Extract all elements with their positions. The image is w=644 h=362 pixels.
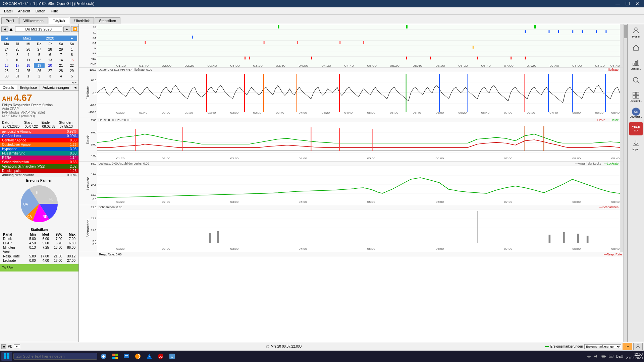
menu-ansicht[interactable]: Ansicht bbox=[15, 8, 33, 14]
maximize-button[interactable]: ❐ bbox=[624, 1, 632, 6]
menu-daten[interactable]: Daten bbox=[33, 8, 48, 14]
taskbar-app-5[interactable] bbox=[144, 351, 154, 361]
svg-text:07:40: 07:40 bbox=[549, 111, 558, 114]
legend-dropdown[interactable]: Ereignismarkierungen bbox=[584, 344, 621, 349]
minimize-button[interactable]: — bbox=[613, 1, 622, 6]
chart-scrollbar-2[interactable] bbox=[620, 68, 623, 118]
cal-cell-25[interactable]: 25 bbox=[12, 47, 22, 52]
device-button[interactable]: ■ bbox=[1, 344, 6, 349]
taskbar-app-1[interactable] bbox=[99, 351, 109, 361]
cal-cell-26b[interactable]: 26 bbox=[34, 68, 44, 73]
scrollbar-thumb[interactable] bbox=[624, 25, 627, 38]
cal-next-month[interactable]: ► bbox=[69, 36, 75, 40]
oxymeter-nav-icon[interactable]: O₂ Oxymeter... bbox=[629, 106, 643, 119]
overview-nav-icon[interactable]: Übersicht... bbox=[629, 90, 643, 103]
cal-cell-21[interactable]: 21 bbox=[56, 63, 66, 68]
main-scrollbar[interactable] bbox=[623, 24, 627, 362]
calendar-icon[interactable]: ▲ bbox=[8, 26, 14, 32]
cal-cell-4-next[interactable]: 4 bbox=[56, 74, 66, 79]
cal-cell-13[interactable]: 13 bbox=[45, 58, 55, 63]
charts-scroll-area[interactable]: PB LL CA OA H RE VS2 BND bbox=[79, 24, 623, 362]
cal-cell-23[interactable]: 23 bbox=[1, 68, 12, 73]
status-user-icon[interactable]: Le bbox=[623, 343, 632, 350]
chart-scrollbar-3[interactable] bbox=[620, 118, 623, 161]
detail-tab-details[interactable]: Details bbox=[0, 85, 17, 90]
cal-cell-29b[interactable]: 29 bbox=[67, 68, 77, 73]
cpap-nav-icon[interactable]: CPAP SD bbox=[629, 122, 643, 135]
collapse-icon[interactable]: ◄► bbox=[71, 81, 77, 84]
cal-cell-2[interactable]: 2 bbox=[1, 52, 12, 57]
cal-cell-25b[interactable]: 25 bbox=[23, 68, 34, 73]
cal-cell-16[interactable]: 16 bbox=[1, 63, 12, 68]
cal-cell-30[interactable]: 30 bbox=[1, 74, 12, 79]
detail-tab-aufzeichnungen[interactable]: Aufzeichnungen bbox=[40, 85, 72, 90]
cal-cell-27[interactable]: 27 bbox=[34, 47, 44, 52]
druck-y-mid1: 6.00 bbox=[91, 131, 96, 134]
cal-cell-1-next[interactable]: 1 bbox=[23, 74, 34, 79]
cal-cell-14[interactable]: 14 bbox=[56, 58, 66, 63]
device-dropdown[interactable]: ▼ bbox=[14, 344, 20, 349]
cal-cell-28b[interactable]: 28 bbox=[56, 68, 66, 73]
cal-prev-month[interactable]: ◄ bbox=[3, 36, 10, 40]
tab-profil[interactable]: Profil bbox=[1, 17, 18, 24]
cal-cell-7[interactable]: 7 bbox=[56, 52, 66, 57]
cal-cell-12[interactable]: 12 bbox=[34, 58, 44, 63]
cal-cell-22[interactable]: 22 bbox=[67, 63, 77, 68]
tab-statistiken[interactable]: Statistiken bbox=[95, 17, 120, 24]
detail-tab-ereignisse[interactable]: Ereignisse bbox=[17, 85, 40, 90]
cal-cell-9[interactable]: 9 bbox=[1, 58, 12, 63]
chart-scrollbar-5[interactable] bbox=[620, 205, 623, 252]
status-person-icon[interactable] bbox=[633, 343, 643, 350]
stats-col-max: Max bbox=[63, 232, 76, 237]
cal-cell-24[interactable]: 24 bbox=[1, 47, 12, 52]
import-nav-icon[interactable]: Import bbox=[629, 138, 643, 152]
taskbar-search-input[interactable] bbox=[13, 353, 97, 360]
cal-cell-5-next[interactable]: 5 bbox=[67, 74, 77, 79]
taskbar-app-2[interactable] bbox=[110, 351, 120, 361]
taskbar-app-7[interactable]: G bbox=[167, 351, 177, 361]
profile-svg-icon bbox=[632, 26, 640, 35]
cal-cell-4[interactable]: 4 bbox=[23, 52, 34, 57]
search-nav-icon[interactable] bbox=[629, 74, 643, 87]
taskbar-app-4[interactable] bbox=[133, 351, 143, 361]
cal-cell-27b[interactable]: 27 bbox=[45, 68, 55, 73]
chart-scrollbar-4[interactable] bbox=[620, 162, 623, 205]
cal-cell-26[interactable]: 26 bbox=[23, 47, 34, 52]
cal-cell-6[interactable]: 6 bbox=[45, 52, 55, 57]
taskbar-app-6[interactable]: OC bbox=[156, 351, 166, 361]
detail-expand-btn[interactable]: ◄ bbox=[72, 85, 78, 90]
cal-cell-24b[interactable]: 24 bbox=[12, 68, 22, 73]
tab-willkommen[interactable]: Willkommen bbox=[19, 17, 48, 24]
cal-cell-5[interactable]: 5 bbox=[34, 52, 44, 57]
cal-cell-3[interactable]: 3 bbox=[12, 52, 22, 57]
tab-ueberblick[interactable]: Überblick bbox=[70, 17, 94, 24]
cal-cell-8[interactable]: 8 bbox=[67, 52, 77, 57]
close-button[interactable]: ✕ bbox=[633, 1, 641, 6]
cal-cell-19[interactable]: 19 bbox=[34, 63, 44, 68]
prev-day-button[interactable]: ◄ bbox=[1, 26, 8, 32]
cal-cell-10[interactable]: 10 bbox=[12, 58, 22, 63]
menu-hilfe[interactable]: Hilfe bbox=[48, 8, 61, 14]
start-button[interactable] bbox=[1, 352, 12, 361]
chart-scrollbar-1[interactable] bbox=[620, 24, 623, 67]
home-nav-icon[interactable] bbox=[629, 42, 643, 55]
menu-datei[interactable]: Datei bbox=[1, 8, 15, 14]
stats-nav-icon[interactable]: Statistik... bbox=[629, 58, 643, 71]
cal-cell-31[interactable]: 31 bbox=[12, 74, 22, 79]
cal-cell-17[interactable]: 17 bbox=[12, 63, 22, 68]
profile-nav-icon[interactable]: Profile bbox=[629, 25, 643, 39]
cal-cell-11[interactable]: 11 bbox=[23, 58, 34, 63]
next-day-button[interactable]: ► bbox=[63, 26, 70, 32]
tab-taeglich[interactable]: Täglich bbox=[49, 17, 69, 24]
taskbar-app-3[interactable] bbox=[121, 351, 131, 361]
cal-cell-1-prev[interactable]: 1 bbox=[67, 47, 77, 52]
cal-cell-28[interactable]: 28 bbox=[45, 47, 55, 52]
jump-button[interactable]: ⏩ bbox=[71, 26, 79, 32]
cal-cell-3-next[interactable]: 3 bbox=[45, 74, 55, 79]
cal-cell-18[interactable]: 18 bbox=[23, 63, 34, 68]
cal-cell-2-next[interactable]: 2 bbox=[34, 74, 44, 79]
svg-text:07:00: 07:00 bbox=[504, 157, 512, 160]
cal-cell-29[interactable]: 29 bbox=[56, 47, 66, 52]
cal-cell-15[interactable]: 15 bbox=[67, 58, 77, 63]
cal-cell-20[interactable]: 20 bbox=[45, 63, 55, 68]
